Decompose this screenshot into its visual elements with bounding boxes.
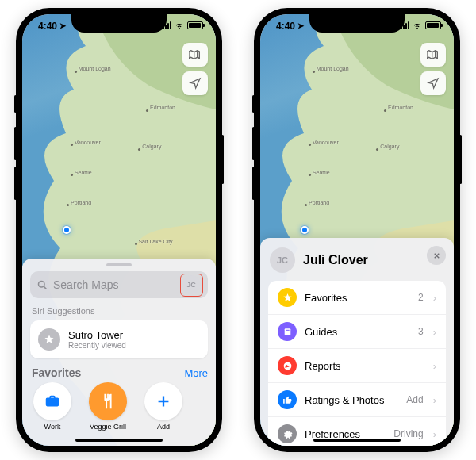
locate-button[interactable]	[182, 71, 208, 95]
svg-point-0	[39, 281, 45, 287]
menu-label: Guides	[305, 326, 410, 338]
profile-avatar: JC	[270, 247, 295, 273]
city-label: Portland	[71, 200, 91, 205]
city-dot	[313, 71, 315, 73]
plus-icon	[155, 393, 172, 410]
wifi-icon	[175, 21, 184, 30]
user-location-dot	[301, 226, 309, 234]
profile-name: Juli Clover	[303, 253, 368, 267]
menu-favorites[interactable]: Favorites 2 ›	[268, 281, 446, 315]
city-label: Vancouver	[313, 140, 339, 145]
chevron-right-icon: ›	[433, 394, 436, 406]
svg-rect-1	[284, 328, 290, 335]
fork-knife-icon	[99, 393, 117, 410]
search-sheet[interactable]: Search Maps JC Siri Suggestions Sutro To…	[22, 259, 216, 446]
city-dot	[384, 109, 386, 112]
wifi-icon	[413, 21, 422, 30]
map-controls	[420, 43, 446, 95]
status-time: 4:40	[276, 21, 295, 32]
menu-label: Favorites	[305, 292, 410, 304]
city-label: Mount Logan	[317, 66, 349, 71]
favorite-label: Work	[44, 423, 61, 431]
menu-value: 3	[418, 326, 424, 337]
menu-value: Driving	[393, 428, 423, 439]
favorites-section-label: Favorites	[32, 366, 81, 379]
location-icon: ➤	[60, 21, 66, 30]
city-dot	[146, 109, 148, 112]
home-indicator[interactable]	[75, 439, 163, 442]
screen-left: 4:40 ➤ Mount LoganEdmontonCalgaryVancouv…	[22, 14, 216, 446]
city-label: Mount Logan	[79, 66, 111, 71]
search-field[interactable]: Search Maps JC	[30, 271, 208, 298]
phone-right: 4:40 ➤ Mount LoganEdmontonCalgaryVancouv…	[254, 8, 460, 452]
city-label: Vancouver	[75, 140, 101, 145]
guides-icon	[278, 322, 297, 341]
favorite-veggie-grill[interactable]: Veggie Grill	[86, 382, 130, 431]
profile-menu: Favorites 2 › Guides 3 › Reports ›	[268, 281, 446, 446]
menu-ratings[interactable]: Ratings & Photos Add ›	[268, 383, 446, 417]
map-mode-button[interactable]	[420, 43, 446, 67]
thumb-icon	[278, 390, 297, 409]
favorites-more-link[interactable]: More	[184, 367, 208, 379]
favorite-label: Veggie Grill	[90, 423, 126, 431]
star-icon	[38, 328, 60, 351]
battery-icon	[425, 21, 441, 29]
siri-section-label: Siri Suggestions	[32, 306, 206, 316]
reports-icon	[278, 356, 297, 375]
sheet-grabber[interactable]	[106, 263, 132, 266]
chevron-right-icon: ›	[433, 292, 436, 304]
locate-arrow-icon	[427, 77, 440, 90]
status-time: 4:40	[38, 21, 57, 32]
chevron-right-icon: ›	[433, 326, 436, 338]
suggestion-title: Sutro Tower	[68, 329, 126, 341]
city-label: Calgary	[142, 144, 161, 149]
city-label: Seattle	[75, 170, 92, 175]
search-placeholder: Search Maps	[53, 278, 176, 291]
menu-reports[interactable]: Reports ›	[268, 349, 446, 383]
chevron-right-icon: ›	[433, 428, 436, 440]
favorite-work[interactable]: Work	[30, 382, 75, 431]
notch	[309, 14, 405, 33]
star-icon	[278, 288, 297, 307]
map-layers-icon	[189, 48, 202, 61]
favorite-add[interactable]: Add	[141, 382, 186, 431]
briefcase-icon	[44, 393, 61, 410]
close-icon	[432, 251, 441, 260]
svg-rect-2	[286, 329, 289, 330]
phone-left: 4:40 ➤ Mount LoganEdmontonCalgaryVancouv…	[16, 8, 222, 452]
siri-suggestion-card[interactable]: Sutro Tower Recently viewed	[30, 320, 208, 358]
close-button[interactable]	[427, 246, 446, 265]
profile-avatar-button[interactable]: JC	[182, 275, 201, 294]
city-label: Salt Lake City	[138, 239, 172, 244]
menu-label: Ratings & Photos	[305, 394, 398, 406]
suggestion-subtitle: Recently viewed	[68, 341, 126, 350]
city-label: Edmonton	[150, 105, 175, 110]
map-controls	[182, 43, 208, 95]
city-label: Edmonton	[388, 105, 413, 110]
menu-value: Add	[406, 394, 423, 405]
search-icon	[36, 279, 48, 291]
map-layers-icon	[427, 48, 440, 61]
menu-value: 2	[418, 292, 424, 303]
favorite-label: Add	[157, 423, 170, 431]
highlight-ring: JC	[180, 274, 203, 297]
profile-sheet[interactable]: JC Juli Clover Favorites 2 › Guides 3 ›	[260, 238, 454, 446]
battery-icon	[187, 21, 203, 29]
city-label: Portland	[309, 200, 329, 205]
profile-header: JC Juli Clover	[268, 246, 446, 281]
city-dot	[135, 243, 137, 245]
locate-button[interactable]	[420, 71, 446, 95]
city-label: Seattle	[313, 170, 330, 175]
locate-arrow-icon	[189, 77, 202, 90]
location-icon: ➤	[298, 21, 304, 30]
gear-icon	[278, 424, 297, 443]
notch	[71, 14, 167, 33]
screen-right: 4:40 ➤ Mount LoganEdmontonCalgaryVancouv…	[260, 14, 454, 446]
chevron-right-icon: ›	[433, 360, 436, 372]
menu-label: Reports	[305, 360, 416, 372]
menu-guides[interactable]: Guides 3 ›	[268, 315, 446, 349]
city-label: Calgary	[380, 144, 399, 149]
map-mode-button[interactable]	[182, 43, 208, 67]
user-location-dot	[63, 226, 71, 234]
home-indicator[interactable]	[313, 439, 401, 442]
